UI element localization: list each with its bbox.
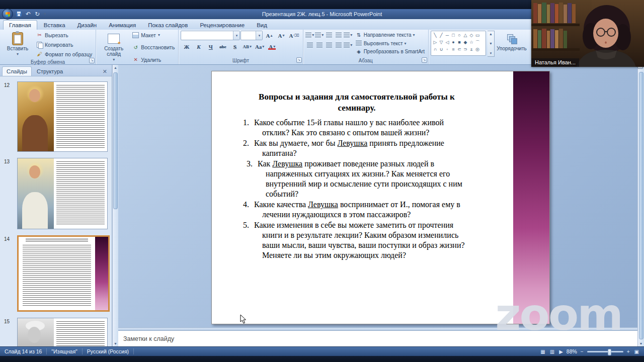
change-case-button[interactable]: Аа▾ <box>254 42 266 51</box>
scroll-down-icon[interactable]: ▼ <box>114 341 117 346</box>
zoom-level[interactable]: 88% <box>567 348 577 354</box>
underline-button[interactable]: Ч <box>205 42 216 51</box>
paste-button[interactable]: Вставить ▾ <box>2 31 33 58</box>
shapes-gallery-scroll[interactable]: ▲ ▼ ▾ <box>488 31 495 57</box>
new-slide-button[interactable]: Создать слайд ▾ <box>98 31 129 64</box>
tab-insert[interactable]: Вставка <box>38 21 71 30</box>
tab-home[interactable]: Главная <box>3 20 37 30</box>
tab-view[interactable]: Вид <box>251 21 273 30</box>
slide-thumbnail-15[interactable]: 15 <box>0 318 112 346</box>
slide-thumbnail-14-selected[interactable]: 14 <box>0 235 112 312</box>
decrease-indent-button[interactable] <box>325 31 334 39</box>
align-center-button[interactable] <box>315 41 324 49</box>
slide-canvas[interactable]: Вопросы и задания для самостоятельной ра… <box>211 71 550 324</box>
strikethrough-button[interactable]: abc <box>217 42 228 51</box>
shapes-scroll-up-icon[interactable]: ▲ <box>489 32 493 36</box>
notes-pane[interactable]: Заметки к слайду <box>118 330 637 346</box>
align-left-button[interactable] <box>305 41 314 49</box>
font-dialog-launcher-icon[interactable]: ↘ <box>296 57 302 63</box>
undo-button[interactable]: ↶ <box>25 11 32 17</box>
shapes-gallery[interactable]: ╲╱─□○△◇▭ ▷▽◁●■◆☆⌒ ∩∪◦≡⊂⊃±◎ <box>431 31 486 56</box>
zoom-slider-thumb[interactable] <box>608 349 611 355</box>
webcam-video-tile[interactable]: Наталья Иван... <box>531 0 644 67</box>
font-name-combobox[interactable]: ▾ <box>181 31 240 40</box>
zoom-in-button[interactable]: + <box>626 349 631 354</box>
character-spacing-button[interactable]: АВ▾ <box>241 42 253 51</box>
copy-button[interactable]: Копировать <box>35 41 94 48</box>
save-button[interactable] <box>15 11 23 18</box>
line-spacing-button[interactable]: ▾ <box>344 31 353 39</box>
slide-area-scrollbar[interactable]: ▲ ▼ <box>637 65 644 346</box>
reset-slide-button[interactable]: ↺ Восстановить <box>131 44 176 51</box>
numbering-icon <box>315 33 321 38</box>
tab-animation[interactable]: Анимация <box>103 21 141 30</box>
redo-button[interactable]: ↻ <box>34 11 41 17</box>
clear-formatting-button[interactable]: А⌫ <box>287 31 300 40</box>
slideshow-view-button[interactable]: ▶ <box>558 349 564 354</box>
pane-tab-row: Слайды Структура ✕ <box>0 65 112 76</box>
thumbnails-scrollbar[interactable]: ▲ ▼ <box>112 65 118 346</box>
slide-number: 12 <box>0 81 17 152</box>
normal-view-button[interactable]: ▦ <box>539 349 546 354</box>
pane-tab-outline[interactable]: Структура <box>33 67 67 76</box>
italic-button[interactable]: К <box>193 42 204 51</box>
font-color-button[interactable]: А▾ <box>266 42 278 51</box>
text-shadow-button[interactable]: S <box>229 42 240 51</box>
decrease-font-size-button[interactable]: А▾ <box>275 31 287 40</box>
text-direction-button[interactable]: ⇅ Направление текста ▾ <box>354 31 426 39</box>
tab-slideshow[interactable]: Показ слайдов <box>142 21 193 30</box>
item-text: Как Левушка проживает поведение разных л… <box>258 159 470 199</box>
align-right-icon <box>326 43 332 48</box>
slide-title: Вопросы и задания для самостоятельной ра… <box>243 92 470 114</box>
delete-slide-label: Удалить <box>141 57 161 63</box>
text-direction-label: Направление текста <box>364 32 412 38</box>
status-language[interactable]: Русский (Россия) <box>83 348 134 354</box>
increase-font-size-button[interactable]: А▴ <box>263 31 275 40</box>
status-theme-name: "Изящная" <box>47 348 82 354</box>
pane-tab-slides[interactable]: Слайды <box>2 66 32 76</box>
slide-thumbnail-13[interactable]: 13 <box>0 158 112 229</box>
font-size-combobox[interactable]: ▾ <box>240 31 263 40</box>
arrange-icon <box>507 34 516 43</box>
item-text: Какие изменения в себе вы можете заметит… <box>254 220 470 260</box>
increase-indent-icon <box>336 33 342 38</box>
bullets-button[interactable]: ▾ <box>305 31 314 39</box>
zoom-slider[interactable] <box>587 351 623 352</box>
tab-design[interactable]: Дизайн <box>72 21 103 30</box>
shapes-scroll-down-icon[interactable]: ▼ <box>489 42 493 45</box>
office-button[interactable] <box>2 9 13 20</box>
shapes-more-icon[interactable]: ▾ <box>490 51 492 55</box>
format-painter-button[interactable]: 🖌 Формат по образцу <box>35 50 94 58</box>
layout-icon <box>132 32 139 38</box>
clipboard-dialog-launcher-icon[interactable]: ↘ <box>89 58 95 63</box>
tab-review[interactable]: Рецензирование <box>194 21 250 30</box>
align-text-icon <box>356 40 362 47</box>
increase-indent-button[interactable] <box>334 31 343 39</box>
qat-dropdown-button[interactable]: ▾ <box>43 11 47 17</box>
align-text-label: Выровнять текст <box>364 41 403 46</box>
layout-button[interactable]: Макет ▾ <box>131 31 176 39</box>
delete-slide-button[interactable]: ✕ Удалить <box>131 56 176 63</box>
slide-editing-area[interactable]: Вопросы и задания для самостоятельной ра… <box>118 65 637 327</box>
align-text-button[interactable]: Выровнять текст ▾ <box>354 40 426 47</box>
arrange-button[interactable]: Упорядочить <box>496 31 527 64</box>
justify-button[interactable] <box>334 41 343 49</box>
cut-button[interactable]: ✂ Вырезать <box>35 31 94 39</box>
numbering-button[interactable]: ▾ <box>315 31 324 39</box>
scrollbar-thumb[interactable] <box>113 72 118 209</box>
zoom-out-button[interactable]: − <box>580 349 585 354</box>
scrollbar-thumb[interactable] <box>639 72 643 339</box>
notes-placeholder: Заметки к слайду <box>123 335 174 342</box>
scroll-down-icon[interactable]: ▼ <box>639 341 643 346</box>
bold-button[interactable]: Ж <box>181 42 192 51</box>
paragraph-dialog-launcher-icon[interactable]: ↘ <box>422 57 427 63</box>
fit-to-window-button[interactable]: ▣ <box>633 349 640 354</box>
slide-text-block[interactable]: Вопросы и задания для самостоятельной ра… <box>243 92 470 261</box>
slide-thumbnail-12[interactable]: 12 <box>0 81 112 152</box>
line-spacing-icon <box>344 33 350 38</box>
columns-button[interactable]: ▾ <box>344 41 353 49</box>
slide-sorter-view-button[interactable]: ▥ <box>549 349 555 354</box>
align-right-button[interactable] <box>325 41 334 49</box>
convert-smartart-button[interactable]: ◈ Преобразовать в SmartArt <box>354 48 426 55</box>
item-text: Какие качества Левушка воспринимает от И… <box>254 200 470 220</box>
